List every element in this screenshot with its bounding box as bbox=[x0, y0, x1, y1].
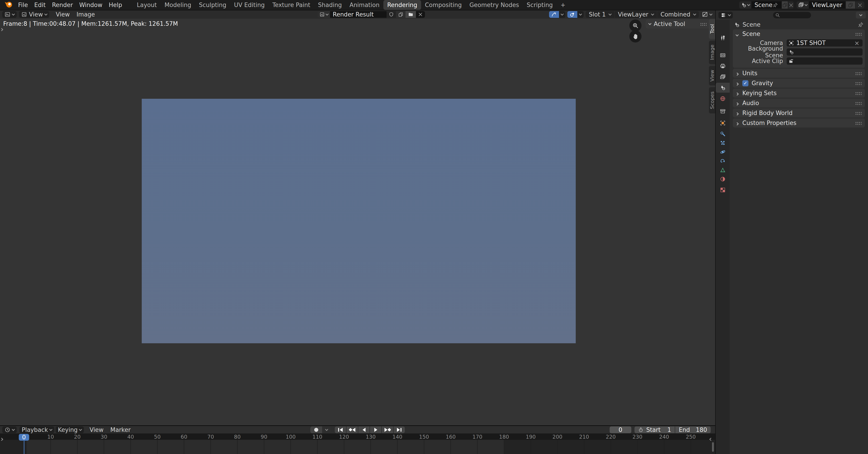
panel-drag-grip[interactable] bbox=[855, 82, 862, 85]
play-reverse-button[interactable] bbox=[358, 426, 370, 433]
menu-window[interactable]: Window bbox=[76, 0, 105, 10]
timeline-editor-type-button[interactable] bbox=[2, 426, 17, 433]
blender-logo-icon[interactable] bbox=[2, 0, 15, 10]
image-browse-button[interactable] bbox=[318, 11, 330, 18]
sidebar-tab-tool[interactable]: Tool bbox=[709, 19, 715, 39]
timeline-ruler[interactable]: 0102030405060708090100110120130140150160… bbox=[0, 433, 715, 440]
sidebar-tab-image[interactable]: Image bbox=[709, 41, 715, 64]
workspace-tab-animation[interactable]: Animation bbox=[346, 0, 383, 10]
panel-drag-grip[interactable] bbox=[855, 121, 862, 125]
slot-dropdown[interactable]: Slot 1 bbox=[586, 11, 614, 18]
menu-render[interactable]: Render bbox=[49, 0, 76, 10]
jump-to-start-button[interactable] bbox=[335, 426, 346, 433]
panel-drag-grip[interactable] bbox=[700, 22, 707, 26]
gizmo-icon[interactable] bbox=[549, 11, 559, 18]
scene-unlink-button[interactable]: × bbox=[788, 1, 794, 8]
properties-tab-tool[interactable] bbox=[716, 33, 730, 43]
audio-panel-header[interactable]: Audio bbox=[733, 99, 865, 107]
viewlayer-remove-button[interactable]: × bbox=[856, 1, 864, 8]
menu-file[interactable]: File bbox=[15, 0, 31, 10]
workspace-tab-compositing[interactable]: Compositing bbox=[421, 0, 466, 10]
properties-tab-world[interactable] bbox=[716, 94, 730, 103]
scene-name[interactable]: Scene bbox=[751, 1, 781, 8]
jump-to-end-button[interactable] bbox=[394, 426, 405, 433]
clear-camera-button[interactable]: × bbox=[853, 39, 861, 46]
record-options-dropdown[interactable] bbox=[322, 426, 331, 433]
workspace-tab-texture-paint[interactable]: Texture Paint bbox=[269, 0, 314, 10]
timeline-marker-menu[interactable]: Marker bbox=[107, 426, 134, 433]
image-name[interactable]: Render Result bbox=[330, 11, 386, 18]
panel-drag-grip[interactable] bbox=[855, 72, 862, 75]
active-clip-field[interactable] bbox=[786, 57, 863, 65]
gravity-panel-header[interactable]: ✓ Gravity bbox=[733, 79, 865, 88]
properties-tab-collection[interactable] bbox=[716, 106, 730, 116]
workspace-tab-scripting[interactable]: Scripting bbox=[523, 0, 557, 10]
pin-icon[interactable] bbox=[858, 22, 864, 28]
breadcrumb-scene-label[interactable]: Scene bbox=[743, 21, 761, 28]
properties-tab-render[interactable] bbox=[716, 50, 730, 60]
panel-drag-grip[interactable] bbox=[855, 101, 862, 105]
viewlayer-datablock-icon[interactable] bbox=[797, 1, 809, 8]
playhead[interactable]: 0 bbox=[19, 434, 29, 441]
active-tool-panel-header[interactable]: Active Tool bbox=[646, 20, 710, 29]
record-button[interactable] bbox=[310, 426, 322, 433]
properties-tab-material[interactable] bbox=[716, 174, 730, 184]
menu-image[interactable]: Image bbox=[73, 11, 98, 18]
overlays-icon[interactable] bbox=[567, 11, 577, 18]
timeline-track-area[interactable] bbox=[0, 440, 715, 454]
workspace-tab-layout[interactable]: Layout bbox=[133, 0, 160, 10]
camera-field[interactable]: 1ST SHOT × bbox=[786, 39, 863, 46]
properties-tab-output[interactable] bbox=[716, 61, 730, 71]
properties-tab-particles[interactable] bbox=[716, 138, 730, 148]
rigid-body-world-panel-header[interactable]: Rigid Body World bbox=[733, 108, 865, 118]
play-button[interactable] bbox=[370, 426, 381, 433]
open-image-button[interactable] bbox=[405, 11, 416, 18]
viewlayer-name[interactable]: ViewLayer bbox=[809, 1, 845, 8]
viewlayer-copy-button[interactable] bbox=[846, 1, 855, 8]
properties-tab-constraints[interactable] bbox=[716, 156, 730, 166]
timeline-scrollbar[interactable] bbox=[712, 442, 714, 452]
new-image-button[interactable] bbox=[396, 11, 405, 18]
workspace-tab-sculpting[interactable]: Sculpting bbox=[195, 0, 230, 10]
properties-tab-object-data[interactable] bbox=[716, 165, 730, 175]
zoom-in-button[interactable] bbox=[629, 20, 642, 32]
panel-drag-grip[interactable] bbox=[855, 32, 862, 36]
panel-drag-grip[interactable] bbox=[855, 111, 862, 115]
timeline-expand-arrow[interactable] bbox=[0, 435, 3, 442]
fake-user-shield-button[interactable] bbox=[386, 11, 396, 18]
start-frame-field[interactable]: Start 1 bbox=[634, 426, 675, 433]
properties-tab-physics[interactable] bbox=[716, 147, 730, 157]
scene-panel-header[interactable]: Scene bbox=[733, 29, 865, 38]
properties-tab-view-layer[interactable] bbox=[716, 72, 730, 82]
scene-datablock-icon[interactable] bbox=[739, 1, 751, 8]
next-keyframe-button[interactable] bbox=[382, 426, 393, 433]
keying-sets-panel-header[interactable]: Keying Sets bbox=[733, 89, 865, 98]
editor-type-button[interactable] bbox=[2, 11, 17, 18]
workspace-tab-geometry-nodes[interactable]: Geometry Nodes bbox=[466, 0, 523, 10]
current-frame-field[interactable]: 0 bbox=[610, 426, 631, 433]
custom-properties-panel-header[interactable]: Custom Properties bbox=[733, 119, 865, 127]
menu-view[interactable]: View bbox=[53, 11, 73, 18]
timeline-scroll-arrow[interactable] bbox=[710, 435, 712, 442]
pin-icon[interactable] bbox=[772, 2, 778, 8]
unlink-image-button[interactable] bbox=[416, 11, 425, 18]
playhead-line[interactable] bbox=[24, 440, 24, 454]
overlays-dropdown[interactable] bbox=[577, 11, 584, 18]
properties-tab-object[interactable] bbox=[716, 118, 730, 128]
workspace-tab-uv-editing[interactable]: UV Editing bbox=[230, 0, 269, 10]
panel-drag-grip[interactable] bbox=[855, 92, 862, 95]
units-panel-header[interactable]: Units bbox=[733, 69, 865, 78]
gizmo-dropdown[interactable] bbox=[559, 11, 565, 18]
background-scene-field[interactable] bbox=[786, 48, 863, 56]
toolbar-expand-arrow[interactable] bbox=[0, 25, 3, 32]
render-result-image[interactable] bbox=[142, 99, 576, 343]
sidebar-tab-scopes[interactable]: Scopes bbox=[709, 87, 715, 114]
workspace-tab-rendering[interactable]: Rendering bbox=[383, 0, 421, 10]
menu-help[interactable]: Help bbox=[105, 0, 125, 10]
menu-edit[interactable]: Edit bbox=[31, 0, 49, 10]
properties-tab-modifiers[interactable] bbox=[716, 129, 730, 139]
workspace-tab-modeling[interactable]: Modeling bbox=[161, 0, 195, 10]
editor-mode-dropdown[interactable]: View bbox=[19, 11, 49, 18]
scene-copy-button[interactable] bbox=[782, 1, 788, 8]
pass-dropdown[interactable]: Combined bbox=[657, 11, 699, 18]
